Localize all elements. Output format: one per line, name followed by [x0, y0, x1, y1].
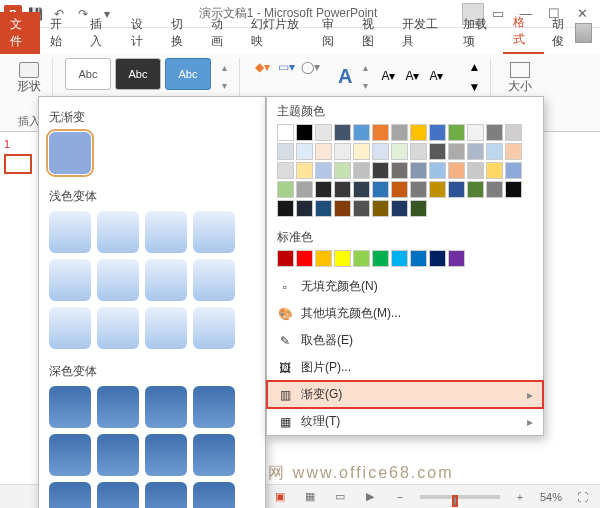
theme-color-swatch[interactable] [277, 181, 294, 198]
standard-color-swatch[interactable] [334, 250, 351, 267]
gradient-light-swatch[interactable] [49, 211, 91, 253]
theme-color-swatch[interactable] [486, 181, 503, 198]
theme-color-swatch[interactable] [410, 181, 427, 198]
theme-color-swatch[interactable] [429, 124, 446, 141]
theme-color-swatch[interactable] [505, 143, 522, 160]
wordart-quick-style[interactable]: A [338, 65, 352, 88]
standard-color-swatch[interactable] [353, 250, 370, 267]
zoom-thumb[interactable] [452, 495, 458, 507]
tab-review[interactable]: 审阅 [312, 12, 352, 54]
gradient-dark-swatch[interactable] [49, 434, 91, 476]
size-button[interactable]: 大小 [503, 58, 537, 98]
standard-color-swatch[interactable] [315, 250, 332, 267]
gradient-dark-swatch[interactable] [193, 482, 235, 508]
style-preset-2[interactable]: Abc [115, 58, 161, 90]
theme-color-swatch[interactable] [410, 124, 427, 141]
gradient-dark-swatch[interactable] [145, 482, 187, 508]
theme-color-swatch[interactable] [353, 143, 370, 160]
wordart-more[interactable]: ▾ [356, 76, 374, 94]
slideshow-view-button[interactable]: ▶ [360, 489, 380, 505]
gradient-light-swatch[interactable] [193, 259, 235, 301]
theme-color-swatch[interactable] [467, 162, 484, 179]
theme-color-swatch[interactable] [448, 181, 465, 198]
wordart-up[interactable]: ▴ [356, 58, 374, 76]
gradient-dark-swatch[interactable] [97, 386, 139, 428]
tab-developer[interactable]: 开发工具 [392, 12, 452, 54]
theme-color-swatch[interactable] [353, 200, 370, 217]
standard-color-swatch[interactable] [410, 250, 427, 267]
theme-color-swatch[interactable] [334, 181, 351, 198]
shape-effects-button[interactable]: ◯▾ [300, 58, 320, 76]
style-preset-3[interactable]: Abc [165, 58, 211, 90]
theme-color-swatch[interactable] [315, 124, 332, 141]
standard-color-swatch[interactable] [277, 250, 294, 267]
standard-color-swatch[interactable] [429, 250, 446, 267]
standard-color-swatch[interactable] [448, 250, 465, 267]
theme-color-swatch[interactable] [277, 124, 294, 141]
fit-window-button[interactable]: ⛶ [572, 489, 592, 505]
theme-color-swatch[interactable] [277, 143, 294, 160]
theme-color-swatch[interactable] [448, 143, 465, 160]
tab-home[interactable]: 开始 [40, 12, 80, 54]
theme-color-swatch[interactable] [277, 200, 294, 217]
tab-design[interactable]: 设计 [121, 12, 161, 54]
more-fill-colors-item[interactable]: 🎨 其他填充颜色(M)... [267, 300, 543, 327]
style-scroll-up[interactable]: ▴ [215, 58, 233, 76]
text-fill-button[interactable]: A▾ [378, 67, 398, 85]
theme-color-swatch[interactable] [315, 200, 332, 217]
theme-color-swatch[interactable] [429, 162, 446, 179]
theme-color-swatch[interactable] [372, 181, 389, 198]
theme-color-swatch[interactable] [296, 143, 313, 160]
standard-color-swatch[interactable] [296, 250, 313, 267]
theme-color-swatch[interactable] [505, 124, 522, 141]
account-user[interactable]: 胡俊 [544, 12, 600, 54]
theme-color-swatch[interactable] [372, 124, 389, 141]
gradient-light-swatch[interactable] [193, 307, 235, 349]
theme-color-swatch[interactable] [410, 143, 427, 160]
theme-color-swatch[interactable] [391, 143, 408, 160]
normal-view-button[interactable]: ▣ [270, 489, 290, 505]
theme-color-swatch[interactable] [486, 124, 503, 141]
theme-color-swatch[interactable] [334, 162, 351, 179]
style-preset-1[interactable]: Abc [65, 58, 111, 90]
gradient-none-swatch[interactable] [49, 132, 91, 174]
tab-slideshow[interactable]: 幻灯片放映 [241, 12, 312, 54]
standard-color-swatch[interactable] [391, 250, 408, 267]
tab-view[interactable]: 视图 [352, 12, 392, 54]
shape-fill-button[interactable]: ◆▾ [252, 58, 272, 76]
theme-color-swatch[interactable] [505, 162, 522, 179]
theme-color-swatch[interactable] [429, 143, 446, 160]
tab-file[interactable]: 文件 [0, 12, 40, 54]
gradient-light-swatch[interactable] [193, 211, 235, 253]
theme-color-swatch[interactable] [410, 162, 427, 179]
zoom-in-button[interactable]: + [510, 489, 530, 505]
text-effects-button[interactable]: A▾ [426, 67, 446, 85]
theme-color-swatch[interactable] [372, 162, 389, 179]
gradient-light-swatch[interactable] [97, 211, 139, 253]
zoom-out-button[interactable]: − [390, 489, 410, 505]
tab-animation[interactable]: 动画 [201, 12, 241, 54]
theme-color-swatch[interactable] [467, 181, 484, 198]
theme-color-swatch[interactable] [296, 181, 313, 198]
gradient-dark-swatch[interactable] [49, 386, 91, 428]
gradient-light-swatch[interactable] [49, 307, 91, 349]
bring-forward-button[interactable]: ▲ [464, 58, 484, 76]
shapes-gallery-button[interactable]: 形状 [12, 58, 46, 98]
theme-color-swatch[interactable] [391, 162, 408, 179]
gradient-light-swatch[interactable] [145, 211, 187, 253]
gradient-dark-swatch[interactable] [97, 434, 139, 476]
sorter-view-button[interactable]: ▦ [300, 489, 320, 505]
theme-color-swatch[interactable] [467, 124, 484, 141]
theme-color-swatch[interactable] [429, 181, 446, 198]
gradient-dark-swatch[interactable] [49, 482, 91, 508]
theme-color-swatch[interactable] [505, 181, 522, 198]
zoom-slider[interactable] [420, 495, 500, 499]
theme-color-swatch[interactable] [296, 124, 313, 141]
theme-color-swatch[interactable] [296, 162, 313, 179]
gradient-light-swatch[interactable] [49, 259, 91, 301]
gradient-dark-swatch[interactable] [145, 434, 187, 476]
theme-color-swatch[interactable] [315, 162, 332, 179]
picture-fill-item[interactable]: 🖼 图片(P)... [267, 354, 543, 381]
gradient-light-swatch[interactable] [145, 307, 187, 349]
texture-submenu-item[interactable]: ▦ 纹理(T) ▸ [267, 408, 543, 435]
